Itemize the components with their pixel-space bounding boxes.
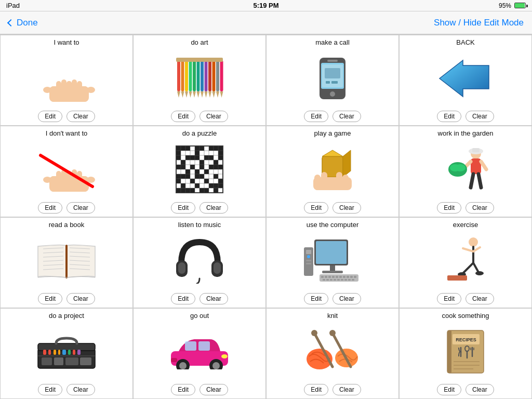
svg-rect-186	[325, 276, 327, 278]
svg-rect-106	[195, 183, 200, 188]
svg-rect-86	[181, 165, 185, 169]
clear-button-listen-to-music[interactable]: Clear	[200, 293, 228, 304]
edit-button-knit[interactable]: Edit	[304, 384, 328, 395]
edit-button-cook-something[interactable]: Edit	[437, 384, 461, 395]
cell-image-exercise	[402, 230, 529, 291]
svg-rect-198	[334, 279, 336, 281]
svg-rect-74	[218, 151, 223, 155]
svg-rect-109	[218, 183, 223, 188]
svg-rect-90	[214, 165, 218, 169]
clear-button-read-a-book[interactable]: Clear	[66, 293, 95, 304]
cell-i-want-to: I want to	[0, 35, 133, 126]
edit-button-listen-to-music[interactable]: Edit	[171, 293, 195, 304]
done-button[interactable]: Done	[8, 18, 38, 28]
svg-point-204	[469, 237, 478, 247]
clear-button-back[interactable]: Clear	[466, 111, 494, 122]
svg-rect-114	[200, 188, 204, 193]
cell-buttons-i-dont-want-to: Edit Clear	[38, 202, 95, 214]
svg-rect-99	[200, 174, 204, 179]
cell-title-do-a-project: do a project	[49, 312, 84, 321]
cell-image-play-a-game	[269, 139, 396, 200]
edit-button-do-art[interactable]: Edit	[171, 111, 195, 122]
svg-rect-176	[316, 241, 347, 264]
cell-buttons-i-want-to: Edit Clear	[38, 111, 95, 122]
edit-button-work-in-garden[interactable]: Edit	[437, 202, 461, 214]
svg-rect-174	[214, 262, 221, 274]
svg-rect-98	[195, 174, 200, 179]
svg-rect-187	[328, 276, 331, 278]
svg-rect-105	[181, 183, 185, 188]
battery-label: 95%	[499, 2, 511, 9]
clear-button-use-computer[interactable]: Clear	[332, 293, 361, 304]
svg-rect-46	[331, 81, 338, 84]
cell-buttons-cook-something: Edit Clear	[437, 384, 494, 395]
clear-button-do-art[interactable]: Clear	[200, 111, 228, 122]
svg-rect-178	[322, 271, 343, 273]
edit-button-back[interactable]: Edit	[437, 111, 461, 122]
svg-rect-188	[332, 276, 335, 278]
svg-rect-88	[200, 165, 204, 169]
edit-button-i-want-to[interactable]: Edit	[38, 111, 62, 122]
svg-rect-225	[54, 357, 63, 365]
cell-cook-something: cook something RECIPES	[399, 308, 532, 399]
clear-button-work-in-garden[interactable]: Clear	[466, 202, 494, 214]
cell-title-back: BACK	[456, 38, 474, 48]
clear-button-cook-something[interactable]: Clear	[466, 384, 494, 395]
svg-line-152	[481, 162, 486, 169]
svg-rect-70	[214, 146, 218, 151]
cell-back: BACK Edit Clear	[399, 35, 532, 126]
svg-rect-185	[321, 276, 324, 278]
svg-rect-196	[326, 279, 329, 281]
clear-button-i-dont-want-to[interactable]: Clear	[66, 202, 95, 214]
clear-button-make-a-call[interactable]: Clear	[332, 111, 361, 122]
svg-rect-244	[447, 330, 451, 373]
svg-rect-84	[214, 160, 218, 165]
cell-image-knit	[269, 321, 396, 382]
edit-button-do-a-project[interactable]: Edit	[38, 384, 62, 395]
show-hide-edit-mode-button[interactable]: Show / Hide Edit Mode	[434, 18, 524, 28]
svg-rect-77	[190, 155, 195, 160]
chevron-left-icon	[7, 19, 15, 26]
cell-i-dont-want-to: I don't want to	[0, 126, 133, 217]
edit-button-play-a-game[interactable]: Edit	[304, 202, 328, 214]
edit-button-do-a-puzzle[interactable]: Edit	[171, 202, 195, 214]
edit-button-read-a-book[interactable]: Edit	[38, 293, 62, 304]
cell-make-a-call: make a call Edit Clear	[266, 35, 399, 126]
svg-rect-193	[350, 276, 353, 278]
svg-rect-102	[190, 179, 195, 183]
cell-image-cook-something: RECIPES	[402, 321, 529, 382]
svg-rect-172	[178, 262, 185, 274]
cell-do-a-project: do a project	[0, 308, 133, 399]
clear-button-play-a-game[interactable]: Clear	[332, 202, 361, 214]
clear-button-i-want-to[interactable]: Clear	[66, 111, 95, 122]
cell-knit: knit Edit Clear	[266, 308, 399, 399]
svg-rect-73	[195, 151, 200, 155]
svg-rect-28	[205, 60, 208, 91]
clear-button-knit[interactable]: Clear	[332, 384, 361, 395]
svg-rect-214	[38, 343, 95, 351]
svg-marker-27	[201, 91, 204, 98]
svg-rect-222	[73, 350, 75, 355]
clear-button-exercise[interactable]: Clear	[466, 293, 494, 304]
svg-rect-64	[176, 146, 181, 151]
cell-buttons-do-a-project: Edit Clear	[38, 384, 95, 395]
clear-button-go-out[interactable]: Clear	[200, 384, 228, 395]
cell-image-work-in-garden	[402, 139, 529, 200]
edit-button-i-dont-want-to[interactable]: Edit	[38, 202, 62, 214]
clear-button-do-a-project[interactable]: Clear	[66, 384, 95, 395]
cell-title-i-dont-want-to: I don't want to	[46, 129, 88, 139]
edit-button-make-a-call[interactable]: Edit	[304, 111, 328, 122]
svg-rect-202	[348, 279, 351, 281]
svg-rect-82	[181, 160, 185, 165]
clear-button-do-a-puzzle[interactable]: Clear	[200, 202, 228, 214]
svg-rect-230	[198, 341, 210, 351]
edit-button-exercise[interactable]: Edit	[437, 293, 461, 304]
cell-image-i-dont-want-to	[3, 139, 130, 200]
svg-rect-227	[80, 357, 91, 365]
svg-rect-194	[354, 276, 356, 278]
edit-button-go-out[interactable]: Edit	[171, 384, 195, 395]
cell-buttons-work-in-garden: Edit Clear	[437, 202, 494, 214]
edit-button-use-computer[interactable]: Edit	[304, 293, 328, 304]
show-hide-label: Show / Hide Edit Mode	[434, 18, 524, 28]
svg-marker-25	[197, 91, 200, 98]
